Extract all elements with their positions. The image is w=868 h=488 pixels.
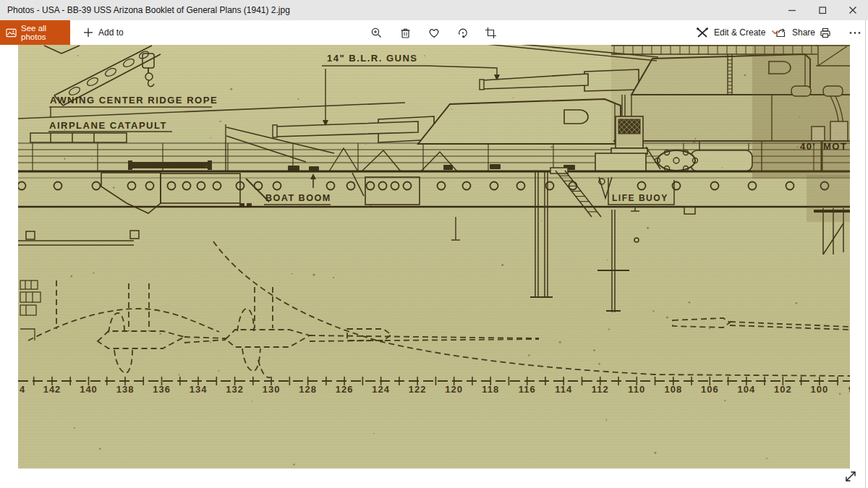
station-label: 136 — [153, 384, 171, 395]
annotation-life-buoy: LIFE BUOY — [612, 193, 668, 203]
magnifier-icon — [370, 27, 383, 39]
station-label: 130 — [263, 384, 281, 395]
edit-create-label: Edit & Create — [714, 27, 765, 38]
printer-icon — [819, 27, 832, 39]
photos-icon — [6, 27, 17, 38]
trash-icon — [399, 27, 412, 39]
window-title: Photos - USA - BB-39 USS Arizona Booklet… — [7, 5, 290, 15]
window-controls — [777, 0, 868, 20]
station-label: 116 — [519, 384, 536, 395]
minimize-button[interactable] — [777, 0, 807, 20]
station-label: 108 — [664, 384, 682, 395]
close-icon — [849, 7, 857, 14]
station-label: 132 — [226, 384, 244, 395]
station-label: 106 — [701, 384, 719, 395]
see-all-photos-button[interactable]: See all photos — [0, 20, 70, 45]
share-icon — [775, 27, 787, 38]
station-label: 120 — [445, 384, 463, 395]
command-bar: See all photos Add to Edit & — [0, 20, 868, 45]
add-to-label: Add to — [98, 27, 124, 38]
annotation-catapult: AIRPLANE CATAPULT — [49, 120, 167, 131]
annotation-motor-boat-size: 40' — [800, 141, 816, 152]
blueprint-drawing — [18, 45, 850, 468]
fullscreen-button[interactable] — [841, 467, 860, 486]
station-label: 142 — [43, 384, 61, 395]
maximize-button[interactable] — [807, 0, 838, 20]
station-label: 118 — [482, 384, 499, 395]
add-to-button[interactable]: Add to — [83, 20, 124, 45]
title-bar: Photos - USA - BB-39 USS Arizona Booklet… — [0, 0, 868, 20]
photo-canvas[interactable]: 14" B.L.R. GUNS AWNING CENTER RIDGE ROPE… — [18, 45, 850, 468]
annotation-guns: 14" B.L.R. GUNS — [327, 53, 418, 64]
annotation-awning: AWNING CENTER RIDGE ROPE — [50, 95, 218, 106]
more-button[interactable] — [849, 20, 861, 45]
station-label: 140 — [80, 384, 98, 395]
rotate-button[interactable] — [456, 20, 469, 45]
delete-button[interactable] — [399, 20, 412, 45]
station-label: 114 — [555, 384, 572, 395]
crop-icon — [485, 27, 497, 39]
share-button[interactable]: Share — [775, 20, 815, 45]
close-button[interactable] — [838, 0, 868, 20]
more-ellipsis-icon — [849, 31, 861, 35]
edit-create-button[interactable]: Edit & Create — [696, 20, 778, 45]
print-button[interactable] — [819, 20, 832, 45]
station-label: 128 — [299, 384, 317, 395]
station-label: 102 — [774, 384, 792, 395]
annotation-motor-boat: MOT — [823, 141, 847, 152]
station-label: 112 — [592, 384, 609, 395]
expand-icon — [843, 469, 858, 484]
station-label: 134 — [190, 384, 208, 395]
heart-icon — [427, 27, 441, 39]
edit-create-icon — [696, 27, 709, 39]
rotate-icon — [456, 27, 469, 39]
station-label: 4 — [20, 384, 25, 395]
station-label: 126 — [336, 384, 354, 395]
station-label: 9 — [848, 384, 850, 395]
see-all-photos-label: See all photos — [21, 24, 70, 41]
station-label: 110 — [628, 384, 645, 395]
station-label: 104 — [738, 384, 756, 395]
minimize-icon — [788, 7, 796, 14]
share-label: Share — [792, 27, 815, 38]
station-label: 138 — [116, 384, 135, 395]
crop-button[interactable] — [485, 20, 497, 45]
window-edge — [865, 20, 866, 488]
plus-icon — [83, 27, 93, 38]
zoom-button[interactable] — [370, 20, 383, 45]
maximize-icon — [819, 7, 827, 14]
annotation-boat-boom: BOAT BOOM — [265, 192, 331, 203]
favorite-button[interactable] — [427, 20, 441, 45]
station-label: 122 — [409, 384, 427, 395]
station-label: 124 — [372, 384, 390, 395]
station-label: 100 — [811, 384, 829, 395]
